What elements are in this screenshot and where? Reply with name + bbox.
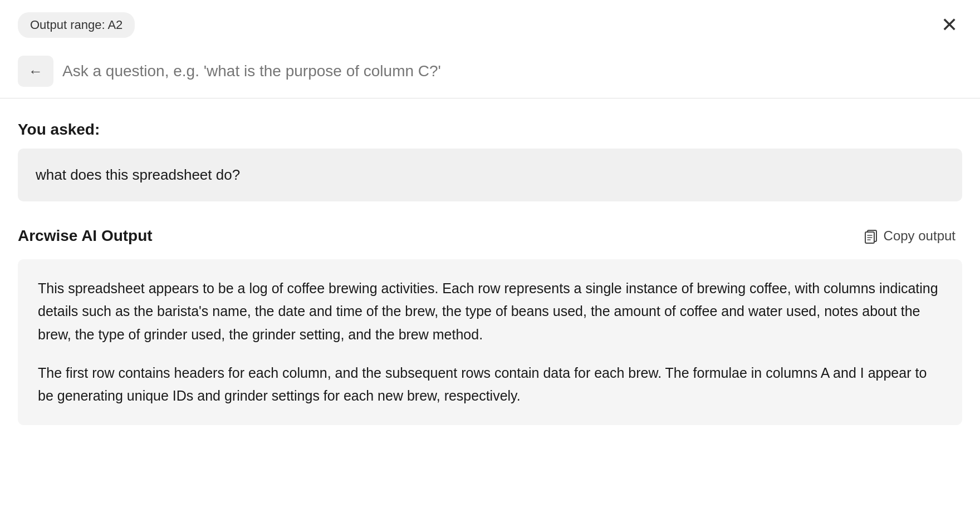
ai-output-paragraph-1: This spreadsheet appears to be a log of … xyxy=(38,277,942,346)
search-bar: ← xyxy=(0,48,980,98)
ai-output-title: Arcwise AI Output xyxy=(18,227,153,245)
user-question-box: what does this spreadsheet do? xyxy=(18,149,962,201)
copy-icon xyxy=(864,228,878,244)
ai-output-box: This spreadsheet appears to be a log of … xyxy=(18,259,962,425)
output-range-badge: Output range: A2 xyxy=(18,12,135,38)
back-button[interactable]: ← xyxy=(18,56,53,87)
content-area: You asked: what does this spreadsheet do… xyxy=(0,98,980,443)
question-input[interactable] xyxy=(62,58,962,85)
close-button[interactable]: ✕ xyxy=(937,13,962,37)
you-asked-label: You asked: xyxy=(18,121,962,139)
header: Output range: A2 ✕ xyxy=(0,0,980,48)
main-panel: Output range: A2 ✕ ← You asked: what doe… xyxy=(0,0,980,523)
ai-output-header: Arcwise AI Output Copy output xyxy=(18,224,962,248)
ai-output-paragraph-2: The first row contains headers for each … xyxy=(38,362,942,408)
copy-output-button[interactable]: Copy output xyxy=(857,224,962,248)
copy-output-label: Copy output xyxy=(884,228,955,244)
